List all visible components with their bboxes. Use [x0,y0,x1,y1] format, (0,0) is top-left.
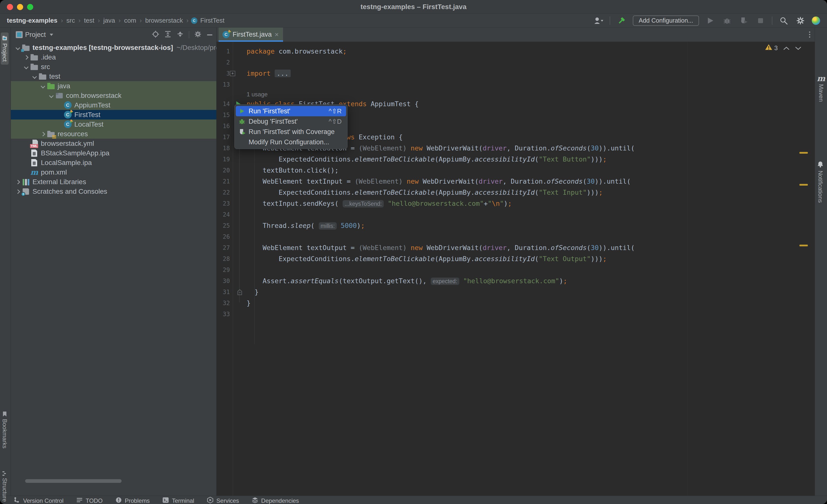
line-number[interactable]: 32 [216,300,233,306]
breadcrumb-item-browserstack[interactable]: browserstack [144,17,184,24]
collapse-all-icon[interactable] [177,31,184,39]
next-problem-icon[interactable] [795,44,801,52]
tool-window-button-problems[interactable]: Problems [115,497,150,504]
line-number[interactable]: 33 [216,311,233,318]
project-tool-button[interactable]: Project [1,33,9,65]
tab-options-icon[interactable] [809,32,810,38]
warning-stripe-mark[interactable] [799,245,808,246]
tree-item-localsample-ipa[interactable]: LocalSample.ipa [11,158,216,167]
hide-panel-icon[interactable] [206,33,213,37]
tree-item-resources[interactable]: resources [11,129,216,139]
line-number[interactable]: 24 [216,211,233,218]
line-number[interactable]: 31 [216,289,233,295]
tool-window-button-dependencies[interactable]: Dependencies [252,497,299,504]
maven-tool-button[interactable]: m Maven [816,72,826,105]
tree-item-pom-xml[interactable]: mpom.xml [11,167,216,177]
tree-item-src[interactable]: src [11,62,216,71]
tree-item-testng-examples-testng-browserstack-ios[interactable]: testng-examples [testng-browserstack-ios… [11,43,216,52]
line-number[interactable]: 14 [216,101,233,107]
line-number[interactable]: 30 [216,278,233,284]
chevron-collapsed-icon[interactable] [39,131,46,137]
breadcrumb-item-java[interactable]: java [102,17,116,24]
project-tree-horizontal-scrollbar[interactable] [25,479,121,483]
line-number[interactable]: 19 [216,156,233,163]
tool-window-button-services[interactable]: Services [207,497,239,504]
line-number[interactable]: 20 [216,167,233,174]
tree-item-test[interactable]: test [11,71,216,81]
tree-item-bstacksampleapp-ipa[interactable]: BStackSampleApp.ipa [11,148,216,158]
tree-item-java[interactable]: java [11,81,216,91]
tree-item-com-browserstack[interactable]: com.browserstack [11,91,216,100]
tree-item-appiumtest[interactable]: CAppiumTest [11,100,216,110]
line-number[interactable]: 13 [216,81,233,88]
panel-settings-gear-icon[interactable] [194,31,202,39]
line-number[interactable]: 25 [216,222,233,229]
notifications-tool-button[interactable]: Notifications [816,158,824,206]
menu-item-debug-firsttest[interactable]: Debug 'FirstTest'^⇧D [236,116,346,127]
line-number[interactable]: 17 [216,134,233,141]
expand-all-icon[interactable] [164,31,172,39]
chevron-expanded-icon[interactable] [39,83,46,89]
tree-item-localtest[interactable]: CLocalTest [11,119,216,129]
structure-tool-button[interactable]: Structure [1,467,9,504]
project-view-selector[interactable]: Project [16,31,53,39]
breadcrumb-item-com[interactable]: com [123,17,137,24]
settings-gear-icon[interactable] [795,15,806,26]
close-tab-icon[interactable]: × [275,31,279,39]
chevron-collapsed-icon[interactable] [14,188,21,195]
breadcrumb-item-test[interactable]: test [83,17,95,24]
build-hammer-icon[interactable] [616,15,627,26]
chevron-expanded-icon[interactable] [22,64,29,70]
usages-inlay-hint[interactable]: 1 usage [247,91,267,98]
line-number[interactable]: 23 [216,200,233,207]
search-everywhere-icon[interactable] [778,15,789,26]
line-number[interactable]: 29 [216,267,233,273]
line-number[interactable]: 27 [216,244,233,251]
line-number[interactable]: 1 [216,48,233,55]
line-number[interactable]: 2 [216,59,233,66]
chevron-expanded-icon[interactable] [31,73,37,80]
code-with-me-sphere-icon[interactable] [812,16,820,25]
tree-item-firsttest[interactable]: CFirstTest [11,110,216,119]
line-number[interactable]: 18 [216,145,233,152]
bookmarks-tool-button[interactable]: Bookmarks [1,408,9,451]
breadcrumb-item-testng-examples[interactable]: testng-examples [6,17,58,24]
tree-item-external-libraries[interactable]: External Libraries [11,177,216,186]
breadcrumb-item-firsttest[interactable]: CFirstTest [191,17,226,24]
add-configuration-button[interactable]: Add Configuration... [633,15,699,26]
menu-item-run-firsttest[interactable]: Run 'FirstTest'^⇧R [236,106,346,116]
chevron-collapsed-icon[interactable] [14,179,21,185]
folded-imports-region[interactable]: ... [275,69,291,77]
menu-item-modify-run-configuration[interactable]: Modify Run Configuration... [236,137,346,147]
menu-item-run-firsttest-with-coverage[interactable]: Run 'FirstTest' with Coverage [236,127,346,137]
run-icon-disabled[interactable] [705,15,716,26]
warning-stripe-mark[interactable] [799,152,808,154]
fold-end-marker-icon[interactable] [237,289,243,295]
tree-item-browserstack-yml[interactable]: YMLbrowserstack.yml [11,139,216,148]
line-number[interactable]: 28 [216,256,233,262]
previous-problem-icon[interactable] [783,44,790,52]
tool-window-button-todo[interactable]: TODO [76,497,103,504]
stop-icon-disabled[interactable] [755,15,766,26]
breadcrumb-item-src[interactable]: src [65,17,76,24]
debug-icon-disabled[interactable] [722,15,732,26]
tool-window-button-terminal[interactable]: Terminal [162,497,194,504]
tree-item-scratches-and-consoles[interactable]: Scratches and Consoles [11,186,216,196]
line-number[interactable]: 26 [216,233,233,240]
chevron-collapsed-icon[interactable] [22,54,29,60]
line-number[interactable]: 22 [216,189,233,196]
tab-firsttest-java[interactable]: C FirstTest.java × [218,27,283,42]
line-number[interactable]: 16 [216,123,233,129]
tree-item-idea[interactable]: .idea [11,52,216,62]
line-number[interactable]: 21 [216,178,233,185]
chevron-expanded-icon[interactable] [14,45,21,51]
warning-stripe-mark[interactable] [799,184,808,186]
locate-file-icon[interactable] [152,31,159,39]
line-number[interactable]: 15 [216,112,233,118]
chevron-expanded-icon[interactable] [48,93,54,99]
user-account-icon[interactable] [593,15,604,26]
coverage-icon-disabled[interactable] [738,15,749,26]
expand-fold-icon[interactable]: + [230,71,235,76]
tool-window-button-version-control[interactable]: Version Control [14,497,63,504]
inspections-widget[interactable]: 3 [765,44,801,52]
